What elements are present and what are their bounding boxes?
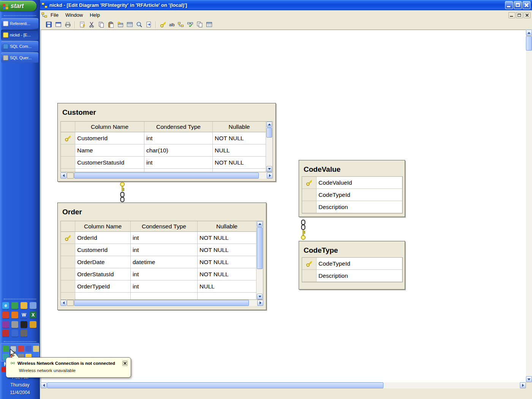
- cell-nullable[interactable]: NULL: [198, 280, 256, 293]
- cell-empty[interactable]: [131, 293, 198, 300]
- scroll-thumb[interactable]: [47, 382, 383, 388]
- scroll-left-button[interactable]: [60, 173, 66, 179]
- quick-launch-sql-icon[interactable]: [30, 321, 36, 328]
- window-button[interactable]: [54, 21, 62, 29]
- mdi-close-button[interactable]: [524, 12, 530, 18]
- quick-launch-icon[interactable]: [11, 312, 18, 318]
- cell-column-name[interactable]: CodeTypeId: [317, 189, 402, 201]
- cell-nullable[interactable]: NOT NULL: [213, 132, 266, 144]
- cell-type[interactable]: char(10): [144, 144, 213, 157]
- cell-type[interactable]: datetime: [131, 256, 198, 268]
- cell-column-name[interactable]: CustomerId: [75, 132, 144, 144]
- cell-type[interactable]: int: [131, 280, 198, 293]
- diagram-hscrollbar[interactable]: [41, 382, 526, 388]
- cell-type[interactable]: int: [131, 244, 198, 256]
- table-customer[interactable]: Customer Column Name Condensed Type Null…: [57, 103, 276, 182]
- table-codetype[interactable]: CodeType CodeTypeId Description: [299, 241, 405, 290]
- table-customer-vscrollbar[interactable]: [266, 122, 272, 172]
- row-selector[interactable]: [61, 144, 75, 157]
- copy-button[interactable]: [97, 21, 105, 29]
- table-codevalue[interactable]: CodeValue CodeValueId CodeTypeId Descrip…: [299, 160, 405, 217]
- cell-column-name[interactable]: Description: [317, 201, 402, 213]
- cell-column-name[interactable]: OrderStatusId: [75, 268, 131, 280]
- quick-launch-icon[interactable]: [2, 330, 9, 337]
- cell-column-name[interactable]: Name: [75, 144, 144, 157]
- start-button[interactable]: start: [0, 1, 36, 11]
- zoom-button[interactable]: [135, 21, 143, 29]
- row-selector[interactable]: [61, 232, 75, 244]
- quick-launch-icon[interactable]: [21, 330, 27, 337]
- menu-file[interactable]: File: [47, 11, 62, 19]
- relationship-connector-codevalue-codetype[interactable]: [299, 219, 307, 241]
- set-primary-key-button[interactable]: [159, 21, 167, 29]
- menu-help[interactable]: Help: [86, 11, 103, 19]
- row-selector[interactable]: [302, 201, 317, 213]
- cell-empty[interactable]: [144, 169, 213, 172]
- new-table-button[interactable]: [116, 21, 124, 29]
- cell-column-name[interactable]: OrderDate: [75, 256, 131, 268]
- manage-relationships-button[interactable]: [186, 21, 195, 29]
- quick-launch-search-icon[interactable]: [30, 302, 36, 309]
- maximize-button[interactable]: [514, 1, 522, 9]
- quick-launch-icon[interactable]: [11, 330, 18, 337]
- save-button[interactable]: [44, 21, 53, 29]
- scroll-up-button[interactable]: [266, 122, 272, 127]
- cell-empty[interactable]: [75, 293, 131, 300]
- cell-nullable[interactable]: NOT NULL: [198, 256, 256, 268]
- row-selector[interactable]: [61, 169, 75, 172]
- quick-launch-ie-icon[interactable]: e: [2, 302, 9, 309]
- table-order-vscrollbar[interactable]: [256, 221, 263, 299]
- splitter-box[interactable]: [67, 173, 74, 179]
- taskbar-button-sql-query[interactable]: SQL Quer...: [1, 52, 38, 63]
- quick-launch-icon[interactable]: [11, 321, 18, 328]
- window-titlebar[interactable]: nickd - [Edit Diagram 'RFIntegrity' in '…: [40, 0, 532, 10]
- mdi-minimize-button[interactable]: [508, 12, 515, 18]
- close-button[interactable]: [522, 1, 530, 9]
- quick-launch-icon[interactable]: [2, 321, 9, 328]
- quick-launch-folder-icon[interactable]: [21, 302, 27, 309]
- cell-type[interactable]: int: [131, 232, 198, 244]
- diagram-canvas[interactable]: Customer Column Name Condensed Type Null…: [41, 30, 526, 382]
- row-selector[interactable]: [302, 270, 317, 282]
- scroll-thumb[interactable]: [266, 128, 272, 138]
- table-order[interactable]: Order Column Name Condensed Type Nullabl…: [57, 203, 266, 310]
- relationships-button[interactable]: [177, 21, 185, 29]
- mdi-restore-button[interactable]: [516, 12, 523, 18]
- cell-column-name[interactable]: CodeTypeId: [317, 258, 402, 270]
- pages-button[interactable]: [196, 21, 204, 29]
- tray-icon[interactable]: [25, 346, 32, 352]
- scroll-thumb[interactable]: [74, 173, 259, 179]
- cell-empty[interactable]: [213, 169, 266, 172]
- scroll-right-button[interactable]: [267, 173, 273, 179]
- cell-nullable[interactable]: NOT NULL: [198, 268, 256, 280]
- row-selector[interactable]: [61, 280, 75, 293]
- tray-icon[interactable]: [33, 346, 39, 352]
- cell-column-name[interactable]: CustomerStatusId: [75, 157, 144, 169]
- row-selector[interactable]: [61, 132, 75, 144]
- relationship-connector-customer-order[interactable]: [118, 182, 127, 203]
- cell-column-name[interactable]: OrderTypeId: [75, 280, 131, 293]
- row-selector[interactable]: [302, 177, 317, 189]
- table-order-hscrollbar[interactable]: [60, 300, 263, 306]
- quick-launch-word-icon[interactable]: W: [21, 312, 27, 318]
- cell-type[interactable]: int: [131, 268, 198, 280]
- scroll-right-button[interactable]: [257, 300, 263, 306]
- cut-button[interactable]: [87, 21, 96, 29]
- row-selector[interactable]: [302, 189, 317, 201]
- scroll-right-button[interactable]: [520, 382, 526, 388]
- table-customer-hscrollbar[interactable]: [60, 173, 273, 179]
- label-button[interactable]: alb: [168, 21, 176, 29]
- cell-column-name[interactable]: CustomerId: [75, 244, 131, 256]
- cell-nullable[interactable]: NULL: [213, 144, 266, 157]
- cell-type[interactable]: int: [144, 132, 213, 144]
- splitter-box[interactable]: [67, 300, 74, 306]
- taskbar-button-nickd[interactable]: nickd - [E...: [1, 30, 38, 40]
- paste-button[interactable]: [106, 21, 115, 29]
- grid-view-button[interactable]: [205, 21, 214, 29]
- scroll-down-button[interactable]: [266, 166, 272, 172]
- scroll-thumb[interactable]: [526, 36, 532, 51]
- scroll-up-button[interactable]: [257, 221, 263, 227]
- scroll-up-button[interactable]: [526, 30, 532, 36]
- quick-launch-icon[interactable]: [11, 302, 18, 309]
- menu-window[interactable]: Window: [62, 11, 86, 19]
